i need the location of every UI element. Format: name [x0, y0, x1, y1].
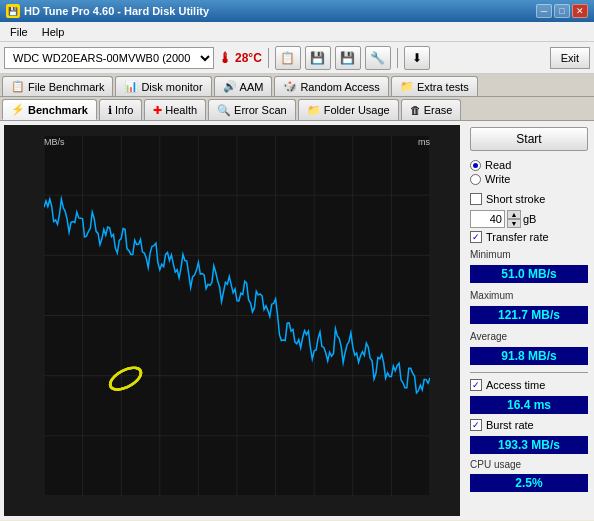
gb-spinner-buttons: ▲ ▼ [507, 210, 521, 228]
toolbar-btn-5[interactable]: ⬇ [404, 46, 430, 70]
maximum-value: 121.7 MB/s [470, 306, 588, 324]
main-content: Start Read Write Short stroke ▲ ▼ [0, 121, 594, 520]
gb-unit-label: gB [523, 213, 536, 225]
toolbar: WDC WD20EARS-00MVWB0 (2000 gB) 🌡 28°C 📋 … [0, 42, 594, 74]
tab-file-benchmark[interactable]: 📋 File Benchmark [2, 76, 113, 96]
toolbar-btn-1[interactable]: 📋 [275, 46, 301, 70]
app-icon: 💾 [6, 4, 20, 18]
toolbar-btn-4[interactable]: 🔧 [365, 46, 391, 70]
tab-bar-primary: 📋 File Benchmark 📊 Disk monitor 🔊 AAM 🎲 … [0, 74, 594, 97]
tab-folder-usage[interactable]: 📁 Folder Usage [298, 99, 399, 120]
window-controls: ─ □ ✕ [536, 4, 588, 18]
gb-decrement-button[interactable]: ▼ [507, 219, 521, 228]
error-scan-icon: 🔍 [217, 104, 231, 117]
exit-button[interactable]: Exit [550, 47, 590, 69]
rw-radio-group: Read Write [470, 159, 588, 185]
gb-input[interactable] [470, 210, 505, 228]
disk-selector[interactable]: WDC WD20EARS-00MVWB0 (2000 gB) [4, 47, 214, 69]
burst-rate-value: 193.3 MB/s [470, 436, 588, 454]
minimize-button[interactable]: ─ [536, 4, 552, 18]
toolbar-separator [268, 48, 269, 68]
erase-icon: 🗑 [410, 104, 421, 116]
toolbar-btn-3[interactable]: 💾 [335, 46, 361, 70]
access-time-checkbox [470, 379, 482, 391]
random-access-icon: 🎲 [283, 80, 297, 93]
aam-icon: 🔊 [223, 80, 237, 93]
right-panel: Start Read Write Short stroke ▲ ▼ [464, 121, 594, 520]
health-icon: ✚ [153, 104, 162, 117]
start-button[interactable]: Start [470, 127, 588, 151]
cpu-usage-value: 2.5% [470, 474, 588, 492]
short-stroke-checkbox [470, 193, 482, 205]
transfer-rate-checkbox [470, 231, 482, 243]
info-icon: ℹ [108, 104, 112, 117]
short-stroke-checkbox-item[interactable]: Short stroke [470, 193, 588, 205]
tab-error-scan[interactable]: 🔍 Error Scan [208, 99, 296, 120]
temperature-value: 28°C [235, 51, 262, 65]
gb-spinner-row: ▲ ▼ gB [470, 210, 588, 228]
tab-erase[interactable]: 🗑 Erase [401, 99, 462, 120]
stat-divider [470, 372, 588, 373]
title-bar: 💾 HD Tune Pro 4.60 - Hard Disk Utility ─… [0, 0, 594, 22]
write-radio-circle [470, 174, 481, 185]
transfer-rate-checkbox-item[interactable]: Transfer rate [470, 231, 588, 243]
menu-bar: File Help [0, 22, 594, 42]
tab-disk-monitor[interactable]: 📊 Disk monitor [115, 76, 211, 96]
file-benchmark-icon: 📋 [11, 80, 25, 93]
temperature-display: 🌡 28°C [218, 50, 262, 66]
tab-extra-tests[interactable]: 📁 Extra tests [391, 76, 478, 96]
toolbar-btn-2[interactable]: 💾 [305, 46, 331, 70]
tab-benchmark[interactable]: ⚡ Benchmark [2, 99, 97, 120]
folder-usage-icon: 📁 [307, 104, 321, 117]
extra-tests-icon: 📁 [400, 80, 414, 93]
tab-random-access[interactable]: 🎲 Random Access [274, 76, 388, 96]
average-label: Average [470, 331, 588, 342]
access-time-checkbox-item[interactable]: Access time [470, 379, 588, 391]
benchmark-chart [44, 135, 430, 496]
tab-bar-secondary: ⚡ Benchmark ℹ Info ✚ Health 🔍 Error Scan… [0, 97, 594, 121]
disk-monitor-icon: 📊 [124, 80, 138, 93]
toolbar-separator-2 [397, 48, 398, 68]
read-radio-circle [470, 160, 481, 171]
burst-rate-checkbox-item[interactable]: Burst rate [470, 419, 588, 431]
minimum-label: Minimum [470, 249, 588, 260]
maximize-button[interactable]: □ [554, 4, 570, 18]
average-value: 91.8 MB/s [470, 347, 588, 365]
benchmark-icon: ⚡ [11, 103, 25, 116]
access-time-value: 16.4 ms [470, 396, 588, 414]
maximum-label: Maximum [470, 290, 588, 301]
window-title: HD Tune Pro 4.60 - Hard Disk Utility [24, 5, 209, 17]
menu-file[interactable]: File [4, 25, 34, 39]
options-group: Short stroke ▲ ▼ gB Transfer rate [470, 193, 588, 243]
gb-increment-button[interactable]: ▲ [507, 210, 521, 219]
menu-help[interactable]: Help [36, 25, 71, 39]
write-radio[interactable]: Write [470, 173, 588, 185]
tab-health[interactable]: ✚ Health [144, 99, 206, 120]
chart-area [4, 125, 460, 516]
tab-aam[interactable]: 🔊 AAM [214, 76, 273, 96]
minimum-value: 51.0 MB/s [470, 265, 588, 283]
tab-info[interactable]: ℹ Info [99, 99, 142, 120]
thermometer-icon: 🌡 [218, 50, 232, 66]
burst-rate-checkbox [470, 419, 482, 431]
read-radio[interactable]: Read [470, 159, 588, 171]
close-button[interactable]: ✕ [572, 4, 588, 18]
cpu-usage-label: CPU usage [470, 459, 588, 470]
